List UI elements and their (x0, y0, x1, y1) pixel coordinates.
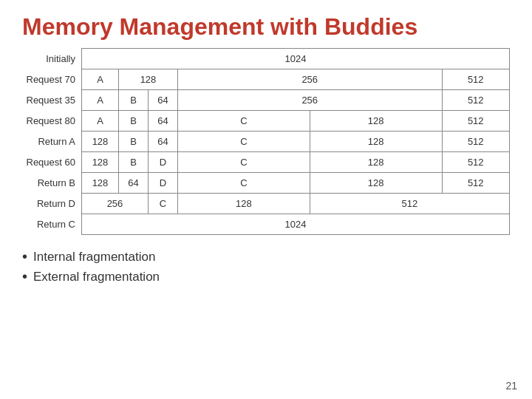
cell-rb-512: 512 (442, 173, 510, 194)
label-returnd: Return D (22, 193, 81, 214)
cell-rb-128b: 128 (310, 173, 442, 194)
bullet-internal-text: Internal fragmentation (33, 250, 155, 265)
cell-r70-128: 128 (119, 69, 178, 90)
cell-rb-c: C (178, 173, 310, 194)
cell-rc-1024: 1024 (82, 214, 510, 235)
cell-r60-b: B (119, 152, 149, 173)
cell-ra-64: 64 (149, 132, 178, 152)
page-title: Memory Management with Buddies (0, 0, 532, 48)
cell-rb-64: 64 (119, 173, 149, 194)
bullet-dot-1: • (22, 248, 27, 265)
cell-rb-d: D (149, 173, 178, 194)
cell-r80-b: B (119, 111, 149, 132)
row-request80: A B 64 C 128 512 (82, 111, 510, 132)
memory-table: 1024 A 128 256 512 A B 64 256 512 A B 64 (81, 48, 510, 235)
label-returna: Return A (22, 131, 81, 151)
bullet-external-text: External fragmentation (33, 270, 160, 284)
label-request35: Request 35 (22, 89, 81, 110)
row-request35: A B 64 256 512 (82, 90, 510, 111)
cell-r35-a: A (82, 90, 119, 111)
row-returnc: 1024 (82, 214, 510, 235)
cell-r70-256: 256 (178, 69, 443, 90)
label-returnb: Return B (22, 172, 81, 193)
cell-rd-128: 128 (178, 194, 310, 214)
cell-r70-512: 512 (442, 69, 510, 90)
cell-ra-128: 128 (82, 132, 119, 152)
cell-rb-128: 128 (82, 173, 119, 194)
cell-r35-b: B (119, 90, 149, 111)
table-section: Initially Request 70 Request 35 Request … (22, 48, 510, 235)
cell-r60-128: 128 (310, 152, 442, 173)
label-request60: Request 60 (22, 151, 81, 172)
cell-r35-512: 512 (442, 90, 510, 111)
cell-r35-256: 256 (178, 90, 443, 111)
main-content: Initially Request 70 Request 35 Request … (0, 48, 532, 235)
cell-ra-c: C (178, 132, 310, 152)
bullet-internal: • Internal fragmentation (22, 248, 510, 265)
cell-r60-128: 128 (82, 152, 119, 173)
row-returnd: 256 C 128 512 (82, 194, 510, 214)
cell-ra-b: B (119, 132, 149, 152)
cell-rd-512: 512 (310, 194, 509, 214)
row-request70: A 128 256 512 (82, 69, 510, 90)
cell-r80-64: 64 (149, 111, 178, 132)
cell-ra-128b: 128 (310, 132, 442, 152)
label-returnc: Return C (22, 214, 81, 234)
cell-r80-512: 512 (442, 111, 510, 132)
cell-r80-c: C (178, 111, 310, 132)
row-labels: Initially Request 70 Request 35 Request … (22, 48, 81, 234)
cell-r60-d: D (149, 152, 178, 173)
bullet-section: • Internal fragmentation • External frag… (0, 235, 532, 285)
row-request60: 128 B D C 128 512 (82, 152, 510, 173)
page-number: 21 (505, 380, 517, 392)
cell-rd-256: 256 (82, 194, 149, 214)
cell-r70-a: A (82, 69, 119, 90)
cell-r60-512: 512 (442, 152, 510, 173)
cell-r80-a: A (82, 111, 119, 132)
cell-rd-c: C (149, 194, 178, 214)
row-returna: 128 B 64 C 128 512 (82, 132, 510, 152)
cell-r80-128: 128 (310, 111, 442, 132)
cell-r35-64: 64 (149, 90, 178, 111)
cell-initially-1024: 1024 (82, 49, 510, 69)
label-request80: Request 80 (22, 110, 81, 131)
cell-r60-c: C (178, 152, 310, 173)
bullet-dot-2: • (22, 268, 27, 285)
label-request70: Request 70 (22, 69, 81, 89)
row-initially: 1024 (82, 49, 510, 69)
row-returnb: 128 64 D C 128 512 (82, 173, 510, 194)
cell-ra-512: 512 (442, 132, 510, 152)
bullet-external: • External fragmentation (22, 268, 510, 285)
label-initially: Initially (22, 48, 81, 69)
